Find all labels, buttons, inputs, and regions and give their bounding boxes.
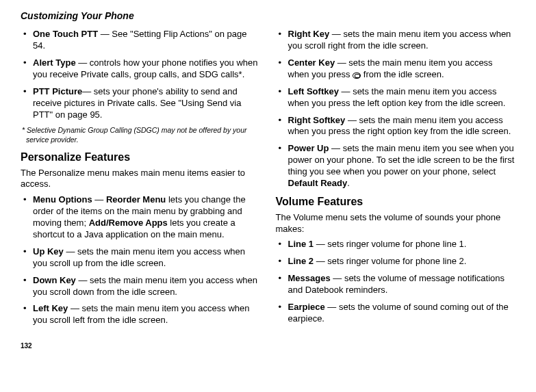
- bullet-list-3: Right Key — sets the main menu item you …: [276, 29, 516, 190]
- item-bold: One Touch PTT: [33, 29, 98, 39]
- list-item: Messages — sets the volume of message no…: [276, 273, 516, 296]
- footnote: * Selective Dynamic Group Calling (SDGC)…: [21, 126, 261, 144]
- bullet-list-4: Line 1 — sets ringer volume for phone li…: [276, 239, 516, 324]
- list-item: Right Softkey — sets the main menu item …: [276, 115, 516, 138]
- item-bold: Earpiece: [288, 302, 325, 312]
- list-item: Line 1 — sets ringer volume for phone li…: [276, 239, 516, 250]
- list-item: Alert Type — controls how your phone not…: [21, 57, 261, 81]
- list-item: Left Softkey — sets the main menu item y…: [276, 86, 516, 109]
- item-bold: Down Key: [33, 275, 76, 285]
- list-item: Down Key — sets the main menu item you a…: [21, 275, 261, 298]
- list-item: One Touch PTT — See "Setting Flip Action…: [21, 29, 261, 52]
- section-intro: The Volume menu sets the volume of sound…: [276, 212, 516, 235]
- item-bold: Line 1: [288, 239, 314, 249]
- item-bold: Alert Type: [33, 57, 76, 68]
- item-bold: Left Key: [33, 303, 68, 313]
- item-bold: Messages: [288, 273, 331, 283]
- item-text: — sets ringer volume for phone line 1.: [314, 239, 466, 249]
- list-item: Power Up — sets the main menu item you s…: [276, 143, 516, 190]
- list-item: Left Key — sets the main menu item you a…: [21, 303, 261, 326]
- item-bold: PTT Picture: [33, 86, 82, 96]
- content-columns: One Touch PTT — See "Setting Flip Action…: [21, 29, 515, 332]
- page-number: 132: [21, 341, 515, 350]
- item-bold: Right Softkey: [288, 115, 346, 125]
- item-bold: Line 2: [288, 256, 314, 266]
- item-text: — sets ringer volume for phone line 2.: [314, 256, 466, 266]
- list-item: Right Key — sets the main menu item you …: [276, 29, 516, 52]
- item-text: — sets the main menu item you access whe…: [33, 246, 245, 268]
- item-bold: Left Softkey: [288, 86, 339, 96]
- left-column: One Touch PTT — See "Setting Flip Action…: [21, 29, 261, 332]
- list-item: Menu Options — Reorder Menu lets you cha…: [21, 194, 261, 241]
- item-bold: Up Key: [33, 246, 64, 257]
- section-intro: The Personalize menu makes main menu ite…: [21, 168, 261, 191]
- list-item: Center Key — sets the main menu item you…: [276, 57, 516, 81]
- bullet-list-2: Menu Options — Reorder Menu lets you cha…: [21, 194, 261, 326]
- item-bold: Right Key: [288, 29, 330, 39]
- bullet-list-1: One Touch PTT — See "Setting Flip Action…: [21, 29, 261, 120]
- section-heading-volume: Volume Features: [276, 195, 516, 209]
- list-item: Earpiece — sets the volume of sound comi…: [276, 302, 516, 325]
- ok-key-icon: [353, 73, 361, 79]
- page-header: Customizing Your Phone: [21, 10, 515, 22]
- list-item: PTT Picture— sets your phone's ability t…: [21, 86, 261, 121]
- list-item: Up Key — sets the main menu item you acc…: [21, 246, 261, 270]
- list-item: Line 2 — sets ringer volume for phone li…: [276, 256, 516, 267]
- right-column: Right Key — sets the main menu item you …: [276, 29, 516, 332]
- section-heading-personalize: Personalize Features: [21, 151, 261, 165]
